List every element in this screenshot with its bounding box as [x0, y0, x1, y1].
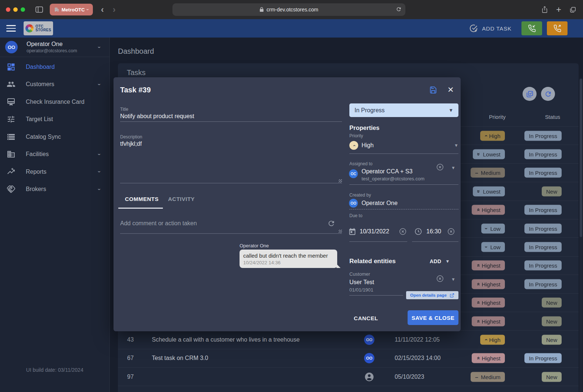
browser-back-button[interactable]: ‹ [101, 5, 104, 14]
user-email: operator@otcstores.com [27, 48, 77, 53]
chip-label: In Progress [529, 151, 557, 158]
resize-handle[interactable] [339, 179, 342, 183]
status-select[interactable]: In Progress ▼ [349, 103, 458, 117]
sidebar-item-brokers[interactable]: Brokers› [0, 181, 109, 198]
page-title: Dashboard [118, 47, 154, 56]
open-details-page-button[interactable]: Open details page [406, 291, 458, 299]
sidebar-item-facilities[interactable]: Facilities› [0, 146, 109, 163]
priority-select[interactable]: › High ▼ [349, 141, 458, 150]
close-window-button[interactable] [6, 7, 10, 12]
priority-field-label: Priority [349, 133, 363, 138]
assignee-avatar: OC [349, 169, 358, 178]
sidebar-item-customers[interactable]: Customers› [0, 76, 109, 93]
task-row[interactable]: 43Schedule a call with a customer who li… [118, 331, 579, 349]
assignee-email: test_operator@otcstores.com [362, 176, 425, 181]
sidebar-item-catalog-sync[interactable]: Catalog Sync [0, 128, 109, 146]
browser-tab[interactable]: MetroOTC › [50, 4, 93, 15]
minimize-window-button[interactable] [13, 7, 18, 12]
priority-chip: ›High [480, 131, 505, 141]
save-icon[interactable] [429, 86, 437, 94]
sidebar-item-label: Catalog Sync [26, 134, 61, 140]
url-bar[interactable]: crm-dev.otcstores.com [172, 3, 405, 16]
comment-text: called but didn't reach the member [243, 252, 334, 259]
chip-label: New [546, 318, 557, 324]
facilities-icon [7, 150, 15, 159]
user-menu[interactable]: OO Operator One operator@otcstores.com › [0, 38, 109, 57]
scrollbar[interactable] [579, 78, 583, 392]
chevron-up: › [482, 339, 489, 340]
sidebar-item-label: Brokers [26, 186, 46, 193]
outgoing-call-button[interactable] [547, 21, 568, 35]
sidebar-item-reports[interactable]: Reports› [0, 163, 109, 181]
task-row[interactable]: 67Test task on CRM 3.0OO02/15/2023 14:00… [118, 349, 579, 368]
browser-sidebar-icon[interactable] [35, 6, 43, 13]
dash: – [475, 374, 478, 380]
customer-label: Customer [349, 271, 370, 277]
chip-label: Highest [482, 300, 500, 306]
tab-overview-icon[interactable] [569, 6, 576, 13]
add-task-label: ADD TASK [482, 25, 512, 32]
screen: MetroOTC › ‹ › crm-dev.otcstores.com + [0, 0, 583, 392]
clear-time-icon[interactable] [447, 227, 455, 236]
clear-customer-icon[interactable] [436, 275, 444, 283]
otc-stores-logo: OTCSTORES [24, 21, 53, 35]
assigned-underline [349, 184, 458, 185]
status-chip: New [542, 298, 562, 308]
clock-icon[interactable] [414, 227, 422, 236]
sidebar-item-check-insurance-card[interactable]: Check Insurance Card [0, 93, 109, 111]
description-field-value[interactable]: tfvhjkl;df [120, 141, 142, 147]
resize-handle[interactable] [339, 230, 342, 233]
sidebar-item-target-list[interactable]: Target List [0, 111, 109, 128]
assignee-name: Operator CCA + S3 [362, 168, 412, 175]
new-tab-icon[interactable]: + [556, 4, 561, 15]
task-row[interactable]: 9705/10/2023–MediumNew [118, 368, 579, 386]
priority-chip: ›Low [481, 242, 505, 252]
title-field-value[interactable]: Notify about product request [120, 113, 194, 120]
share-icon[interactable] [541, 6, 548, 13]
task-modal: Task #39 ✕ Title Notify about product re… [114, 77, 461, 331]
refresh-tasks-button[interactable] [541, 87, 555, 101]
save-and-close-button[interactable]: SAVE & CLOSE [408, 310, 458, 325]
add-related-entity-button[interactable]: ADD ▼ [430, 258, 450, 264]
chip-label: Highest [482, 262, 500, 269]
calendar-icon[interactable] [348, 227, 356, 236]
reload-icon[interactable] [396, 6, 402, 12]
double-chevron-up: » [474, 283, 481, 286]
chevron-down-icon: › [97, 171, 103, 173]
browser-tab-label: MetroOTC [62, 7, 85, 13]
menu-icon[interactable] [6, 23, 16, 33]
dropdown-arrow-icon[interactable]: ▼ [451, 165, 455, 170]
due-date-value[interactable]: 10/31/2022 [360, 228, 389, 235]
pinwheel-logo-icon [25, 24, 34, 32]
priority-chip: »Lowest [473, 149, 505, 159]
comment-input[interactable] [120, 220, 327, 227]
chip-label: High [489, 133, 500, 139]
chevron-down-icon: › [85, 9, 90, 10]
status-chip: In Progress [524, 261, 562, 271]
dropdown-arrow-icon[interactable]: ▼ [451, 277, 455, 282]
sidebar-item-label: Customers [26, 81, 54, 88]
chip-label: New [546, 336, 557, 343]
scrollbar-thumb[interactable] [580, 79, 582, 237]
multi-select-tasks-button[interactable] [523, 87, 537, 101]
tab-activity[interactable]: ACTIVITY [168, 196, 195, 202]
task-datetime: 11/11/2022 12:05 [395, 336, 440, 343]
priority-chip: ›Low [481, 223, 505, 233]
browser-forward-button[interactable]: › [113, 5, 116, 14]
close-icon[interactable]: ✕ [447, 85, 454, 94]
related-entities-heading: Related entities [349, 258, 396, 265]
incoming-call-button[interactable] [521, 21, 542, 35]
clear-date-icon[interactable] [399, 227, 407, 236]
clear-assignee-icon[interactable] [436, 163, 444, 171]
chevron-down-icon: › [97, 84, 103, 85]
due-time-value[interactable]: 16:30 [426, 228, 441, 235]
chip-label: New [546, 188, 557, 194]
catalog-sync-icon [7, 133, 15, 141]
cancel-button[interactable]: CANCEL [354, 315, 378, 321]
tab-comments[interactable]: COMMENTS [125, 196, 159, 202]
chip-label: Lowest [483, 151, 500, 158]
add-task-button[interactable]: ADD TASK [469, 24, 512, 33]
zoom-window-button[interactable] [21, 7, 25, 12]
refresh-comments-icon[interactable] [327, 219, 335, 227]
sidebar-item-dashboard[interactable]: Dashboard [0, 58, 109, 76]
